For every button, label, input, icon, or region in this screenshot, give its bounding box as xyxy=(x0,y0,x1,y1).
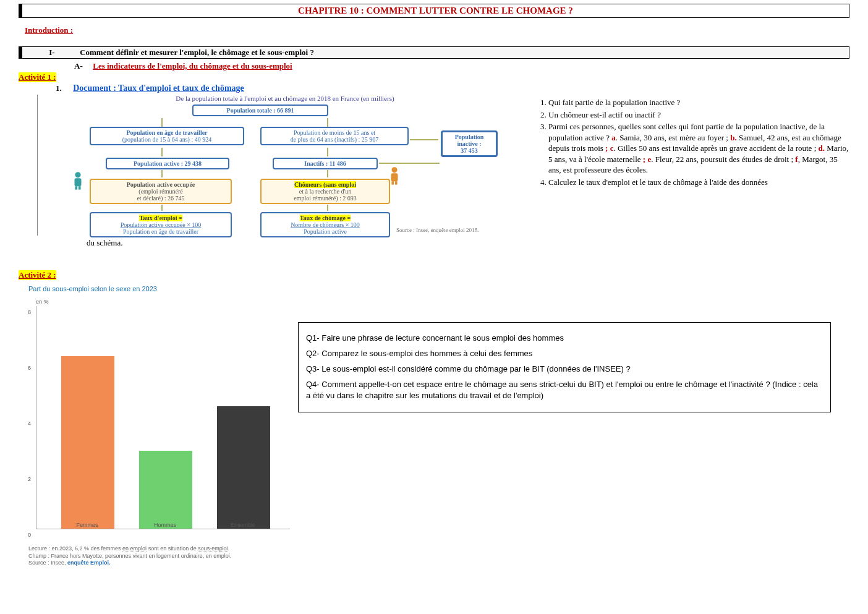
svg-rect-7 xyxy=(395,181,398,185)
chart-ytick: 2 xyxy=(28,476,31,482)
arrow-icon xyxy=(327,148,328,156)
population-diagram: Population totale : 66 891 Population en… xyxy=(50,104,520,236)
diagram-col: De la population totale à l'emploi et au… xyxy=(19,93,532,248)
diagram-source: Source : Insee, enquête emploi 2018. xyxy=(396,227,479,233)
box-pop-moins15: Population de moins de 15 ans et de plus… xyxy=(260,127,409,145)
chart-xlabel: Femmes xyxy=(61,522,114,528)
diagram-title: De la population totale à l'emploi et au… xyxy=(38,95,532,102)
a1-q2: Un chômeur est-il actif ou inactif ? xyxy=(548,109,849,121)
box-pop-age: Population en âge de travailler (populat… xyxy=(90,127,244,145)
arrow-icon xyxy=(327,170,328,177)
section-I-line: I- Comment définir et mesurer l'emploi, … xyxy=(26,48,314,57)
activite2-questions-col: Q1- Faire une phrase de lecture concerna… xyxy=(291,281,849,412)
doc-label: Document : Taux d'emploi et taux de chôm… xyxy=(73,83,244,93)
a1-q1: Qui fait partie de la population inactiv… xyxy=(548,97,849,108)
du-schema-text: du schéma. xyxy=(87,238,532,248)
svg-rect-5 xyxy=(391,173,398,181)
a2-q2: Q2- Comparez le sous-emploi des hommes à… xyxy=(306,348,823,360)
bar-chart: 02468 xyxy=(36,306,290,529)
arrow-icon xyxy=(161,118,163,127)
chapter-title-box: CHAPITRE 10 : COMMENT LUTTER CONTRE LE C… xyxy=(19,4,849,18)
activite2-question-box: Q1- Faire une phrase de lecture concerna… xyxy=(298,322,831,412)
section-A-label: A- xyxy=(74,61,83,70)
box-taux-emploi: Taux d'emploi = Population active occupé… xyxy=(90,212,232,237)
chart-xlabel: Hommes xyxy=(138,522,192,528)
a2-q1: Q1- Faire une phrase de lecture concerna… xyxy=(306,333,823,344)
section-I-box: I- Comment définir et mesurer l'emploi, … xyxy=(19,46,849,59)
chart-xlabel: Ensemble xyxy=(216,522,270,528)
doc-line: 1. Document : Taux d'emploi et taux de c… xyxy=(56,83,849,93)
chart-foot-champ: Champ : France hors Mayotte, personnes v… xyxy=(28,553,291,560)
chapter-title: CHAPITRE 10 : COMMENT LUTTER CONTRE LE C… xyxy=(298,6,573,15)
chart-bar-hommes xyxy=(139,451,192,529)
box-pop-active-occupee: Population active occupée (emploi rémuné… xyxy=(90,179,232,204)
section-A-line: A- Les indicateurs de l'emploi, du chôma… xyxy=(74,61,849,71)
arrow-icon xyxy=(327,118,328,127)
box-taux-chomage: Taux de chômage = Nombre de chômeurs × 1… xyxy=(260,212,390,237)
intro-heading: Introduction : xyxy=(25,25,849,35)
chart-ytick: 0 xyxy=(28,532,31,538)
a2-q4: Q4- Comment appelle-t-on cet espace entr… xyxy=(306,379,823,403)
box-chomeurs: Chômeurs (sans emploi et à la recherche … xyxy=(260,179,390,204)
arrow-icon xyxy=(327,205,328,211)
svg-point-4 xyxy=(391,167,397,173)
activite2-layout: Part du sous-emploi selon le sexe en 202… xyxy=(19,281,849,567)
arrow-icon xyxy=(379,163,440,164)
diagram-wrap: De la population totale à l'emploi et au… xyxy=(37,95,532,236)
page: CHAPITRE 10 : COMMENT LUTTER CONTRE LE C… xyxy=(0,4,868,614)
arrow-icon xyxy=(161,205,163,211)
chart-foot-source: Source : Insee, enquête Emploi. xyxy=(28,560,291,567)
activite2-heading: Activité 2 : xyxy=(19,270,56,280)
chart-bar-ensemble xyxy=(217,406,270,529)
svg-rect-3 xyxy=(79,186,81,190)
a2-q3: Q3- Le sous-emploi est-il considéré comm… xyxy=(306,364,823,375)
arrow-icon xyxy=(161,170,163,177)
svg-point-0 xyxy=(75,172,80,177)
arrow-icon xyxy=(161,148,163,156)
box-pop-active: Population active : 29 438 xyxy=(106,158,229,169)
section-I-title: Comment définir et mesurer l'emploi, le … xyxy=(80,48,314,57)
svg-rect-1 xyxy=(75,178,82,186)
arrow-icon xyxy=(410,139,438,140)
svg-rect-2 xyxy=(75,186,77,190)
chart-ytick: 8 xyxy=(28,309,31,315)
doc-num: 1. xyxy=(56,83,62,93)
chart-ytick: 6 xyxy=(28,365,31,371)
chart-footnotes: Lecture : en 2023, 6,2 % des femmes en e… xyxy=(28,545,291,567)
a1-q3: Parmi ces personnes, quelles sont celles… xyxy=(548,121,849,176)
chart-title: Part du sous-emploi selon le sexe en 202… xyxy=(28,285,291,292)
chart-bar-femmes xyxy=(61,356,114,529)
activite1-heading: Activité 1 : xyxy=(19,72,56,82)
svg-rect-6 xyxy=(391,181,394,185)
chart-ytick: 4 xyxy=(28,420,31,427)
activite2-block: Activité 2 : Part du sous-emploi selon l… xyxy=(19,269,849,567)
box-pop-inactive: Population inactive :37 453 xyxy=(441,130,498,157)
a1-q4: Calculez le taux d'emploi et le taux de … xyxy=(548,177,849,188)
person-icon xyxy=(71,171,85,190)
box-inactifs: Inactifs : 11 486 xyxy=(273,158,378,169)
chart-col: Part du sous-emploi selon le sexe en 202… xyxy=(25,283,291,567)
box-pop-totale: Population totale : 66 891 xyxy=(192,104,328,116)
activite1-layout: De la population totale à l'emploi et au… xyxy=(19,93,849,248)
section-A-title: Les indicateurs de l'emploi, du chômage … xyxy=(93,61,292,70)
chart-foot-lecture: Lecture : en 2023, 6,2 % des femmes en e… xyxy=(28,545,291,553)
chart-y-unit: en % xyxy=(36,299,49,305)
section-I-numeral: I- xyxy=(49,48,54,57)
activite1-questions: Qui fait partie de la population inactiv… xyxy=(532,93,849,189)
